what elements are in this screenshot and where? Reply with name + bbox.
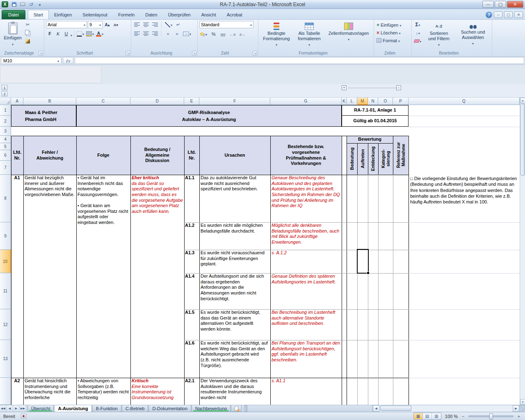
- header-rot-auftreten[interactable]: Auftreten: [357, 143, 368, 175]
- number-dialog-launcher-icon[interactable]: [253, 51, 257, 55]
- tab-ueberpruefen[interactable]: Überprüfen: [163, 10, 196, 19]
- column-header-d[interactable]: D: [130, 98, 184, 105]
- cell-styles-button[interactable]: Zellenformatvorlagen: [326, 21, 372, 48]
- header-rot-entdeckung[interactable]: Entdeckung: [368, 143, 378, 175]
- cell-a2-id[interactable]: A2: [11, 378, 23, 405]
- font-size-combo[interactable]: 9: [88, 21, 103, 28]
- horizontal-scroll-track[interactable]: [379, 405, 513, 412]
- clipboard-dialog-launcher-icon[interactable]: [39, 51, 43, 55]
- scroll-right-icon[interactable]: ▶: [513, 405, 519, 412]
- scroll-left-icon[interactable]: ◀: [373, 405, 379, 412]
- cell-a1-id[interactable]: A1: [11, 175, 23, 378]
- column-header-c[interactable]: C: [76, 98, 130, 105]
- zoom-slider-thumb[interactable]: [489, 413, 493, 420]
- cell-a1-2-id[interactable]: A1.2: [184, 222, 199, 250]
- column-header-b[interactable]: B: [23, 98, 76, 105]
- percent-button[interactable]: [210, 30, 217, 38]
- outline-expand-icon[interactable]: +: [342, 85, 347, 90]
- orientation-button[interactable]: [164, 21, 173, 28]
- row-header-12[interactable]: 12: [0, 309, 11, 340]
- cell-a1-bedeutung[interactable]: Eher kritischda das Gerät so spezifizier…: [130, 175, 184, 378]
- cell-a1-5-ursache[interactable]: Es wurde nicht berücksichtigt, dass das …: [199, 309, 270, 340]
- decrease-indent-button[interactable]: [164, 30, 172, 37]
- font-dialog-launcher-icon[interactable]: [126, 51, 130, 55]
- outline-collapse-icon[interactable]: −: [396, 85, 401, 90]
- cell-a1-6-id[interactable]: A1.6: [184, 340, 199, 378]
- row-header-3[interactable]: 3: [0, 127, 11, 136]
- formula-bar-input[interactable]: [75, 57, 524, 64]
- rating-cells-area[interactable]: [347, 175, 409, 405]
- cell-a1-6-massnahme[interactable]: Bei Planung den Transport an den Aufstel…: [270, 340, 342, 378]
- row-header-2[interactable]: 2: [0, 116, 11, 127]
- italic-button[interactable]: K: [54, 30, 62, 37]
- cell-a2-1-id[interactable]: A2.1: [184, 378, 199, 405]
- header-rot-bedeutung[interactable]: Bedeutung: [347, 143, 357, 175]
- cell-a1-1-ursache[interactable]: Das zu autoklavierende Gut wurde nicht a…: [199, 175, 270, 222]
- next-sheet-button[interactable]: ▶: [13, 405, 20, 412]
- sheet-tab-nachbewertung[interactable]: Nachbewertung: [192, 405, 231, 412]
- header-bedeutung[interactable]: Bedeutung / Allgemeine Diskussion: [130, 136, 184, 175]
- row-header-7[interactable]: 7: [0, 161, 11, 175]
- column-header-q[interactable]: Q: [409, 98, 520, 105]
- column-header-o[interactable]: O: [378, 98, 393, 105]
- align-bottom-button[interactable]: [151, 21, 159, 28]
- outline-level-2-button[interactable]: 2: [2, 91, 7, 96]
- sheet-tab-a-ausruestung[interactable]: A-Ausrüstung: [54, 405, 91, 412]
- column-header-p[interactable]: P: [393, 98, 409, 105]
- tab-splitter-handle[interactable]: [244, 405, 247, 412]
- paste-button[interactable]: Einfügen: [2, 21, 24, 48]
- column-header-n[interactable]: N: [368, 98, 378, 105]
- horizontal-scrollbar[interactable]: ◀ ▶: [372, 405, 525, 412]
- page-layout-view-icon[interactable]: ▤: [423, 413, 432, 419]
- decrease-decimal-button[interactable]: [238, 30, 246, 38]
- normal-view-icon[interactable]: ▦: [414, 413, 423, 419]
- zoom-out-icon[interactable]: −: [460, 413, 466, 419]
- zoom-level[interactable]: 100 %: [444, 414, 458, 419]
- cell-a2-bedeutung[interactable]: KritischEine korrekte Instrumentierung i…: [130, 378, 184, 405]
- align-right-button[interactable]: [151, 30, 159, 37]
- cell-doc-ref[interactable]: RA-7.1-01, Anlage 1: [342, 105, 409, 116]
- cell-valid-from[interactable]: Gültig ab 01.04.2015: [342, 116, 409, 127]
- tab-start[interactable]: Start: [28, 10, 49, 19]
- conditional-formatting-button[interactable]: Bedingte Formatierung: [260, 21, 293, 48]
- align-center-button[interactable]: [142, 30, 150, 37]
- underline-dropdown-icon[interactable]: [71, 32, 72, 37]
- page-break-view-icon[interactable]: ▥: [432, 413, 441, 419]
- macro-record-icon[interactable]: [21, 414, 26, 418]
- cell-a1-fehler[interactable]: Gerät hat bezüglich innerer und äußerer …: [23, 175, 76, 378]
- find-select-button[interactable]: Suchen und Auswählen: [456, 21, 490, 48]
- sheet-tab-uebersicht[interactable]: Übersicht: [27, 405, 54, 412]
- tab-seitenlayout[interactable]: Seitenlayout: [77, 10, 113, 19]
- cell-a1-3-massnahme[interactable]: s. A.1.2: [270, 250, 342, 273]
- header-rot-referenz[interactable]: Referenz zur Maßnahme: [393, 136, 409, 175]
- row-header-13[interactable]: 13: [0, 340, 11, 378]
- insert-function-button[interactable]: [63, 57, 73, 64]
- tab-datei[interactable]: Datei: [2, 10, 25, 19]
- minimize-button[interactable]: [482, 1, 494, 8]
- workbook-close-button[interactable]: [514, 11, 523, 18]
- thousands-separator-button[interactable]: [219, 30, 227, 38]
- cell-a1-6-ursache[interactable]: Es wurde nicht berücksichtigt, auf welch…: [199, 340, 270, 378]
- undo-button[interactable]: [27, 1, 35, 8]
- format-cells-button[interactable]: Format: [376, 37, 410, 44]
- cell-a1-1-id[interactable]: A1.1: [184, 175, 199, 222]
- horizontal-scroll-thumb[interactable]: [380, 406, 411, 411]
- wrap-text-button[interactable]: [174, 21, 182, 28]
- column-header-l[interactable]: L: [347, 98, 357, 105]
- align-left-button[interactable]: [133, 30, 141, 37]
- save-button[interactable]: [10, 1, 18, 8]
- cell-a1-2-massnahme[interactable]: Möglichst alle denkbaren Beladungsfälle …: [270, 222, 342, 250]
- row-header-9[interactable]: 9: [0, 222, 11, 250]
- format-as-table-button[interactable]: Als Tabelle formatieren: [294, 21, 325, 48]
- outline-level-1-button[interactable]: 1: [2, 85, 7, 90]
- sheet-tab-c-betrieb[interactable]: C-Betrieb: [122, 405, 148, 412]
- scroll-up-icon[interactable]: ▲: [520, 98, 525, 103]
- row-header-5[interactable]: 5: [0, 143, 11, 150]
- header-massnahmen[interactable]: Bestehende bzw. vorgesehene Prüfmaßnahme…: [270, 136, 342, 175]
- clear-button[interactable]: [413, 37, 422, 45]
- last-sheet-button[interactable]: ▶▶: [20, 405, 26, 412]
- header-lfd-nr-2[interactable]: Lfd. Nr.: [184, 136, 199, 175]
- scroll-down-icon[interactable]: ▼: [520, 399, 525, 405]
- increase-decimal-button[interactable]: [228, 30, 236, 38]
- header-rot-kategorisierung[interactable]: Kategori- sierung: [378, 143, 393, 175]
